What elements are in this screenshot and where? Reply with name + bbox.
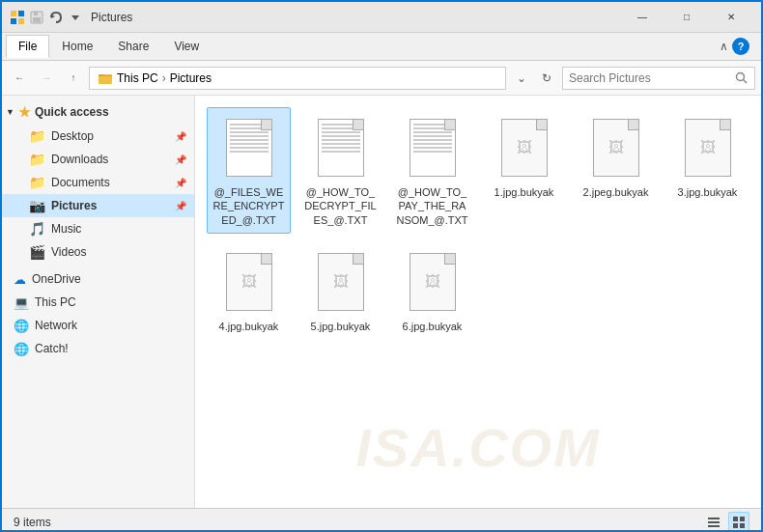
sidebar-section-quick-access[interactable]: ▼ ★ Quick access — [2, 99, 194, 125]
txt-icon — [318, 119, 364, 177]
tab-share[interactable]: Share — [105, 35, 161, 58]
ribbon-tabs: File Home Share View ∧ ? — [2, 33, 761, 60]
address-bar: ← → ↑ This PC › Pictures ⌄ ↻ — [2, 61, 761, 96]
path-this-pc[interactable]: This PC — [117, 71, 158, 85]
svg-rect-1 — [18, 11, 24, 16]
tab-view[interactable]: View — [161, 35, 212, 58]
svg-rect-6 — [34, 12, 38, 15]
img-icon: 🖼 — [685, 119, 731, 177]
chevron-up-icon: ∧ — [720, 40, 728, 53]
svg-point-10 — [737, 72, 745, 80]
file-item[interactable]: 🖼 6.jpg.bukyak — [390, 241, 474, 340]
search-input[interactable] — [569, 71, 731, 85]
svg-marker-8 — [71, 15, 79, 20]
file-name: 1.jpg.bukyak — [495, 185, 554, 199]
help-icon[interactable]: ? — [732, 38, 749, 55]
pc-icon: 💻 — [14, 295, 29, 310]
forward-button[interactable]: → — [35, 67, 58, 90]
tab-file[interactable]: File — [6, 35, 49, 58]
file-icon-wrapper: 🖼 — [679, 114, 737, 182]
folder-music-icon: 🎵 — [29, 221, 45, 237]
svg-rect-18 — [740, 523, 745, 528]
folder-downloads-icon: 📁 — [29, 152, 45, 167]
file-item[interactable]: 🖼 5.jpg.bukyak — [298, 241, 382, 340]
folder-pictures-icon: 📷 — [29, 198, 45, 213]
sidebar-item-network[interactable]: 🌐 Network — [2, 314, 194, 337]
sidebar-documents-label: Documents — [51, 176, 110, 189]
sidebar: ▼ ★ Quick access 📁 Desktop 📌 📁 Downloads… — [2, 96, 195, 508]
folder-icon — [98, 70, 113, 86]
undo-icon[interactable] — [48, 10, 64, 25]
grid-view-icon — [732, 516, 746, 529]
title-bar-icons — [10, 10, 83, 25]
svg-rect-13 — [708, 521, 720, 523]
grid-view-button[interactable] — [728, 512, 749, 533]
svg-rect-0 — [11, 11, 16, 16]
search-icon — [735, 71, 749, 85]
list-view-button[interactable] — [703, 512, 724, 533]
file-item[interactable]: 🖼 3.jpg.bukyak — [665, 107, 749, 234]
file-item[interactable]: 🖼 1.jpg.bukyak — [482, 107, 566, 234]
files-grid: @_FILES_WERE_ENCRYPTED_@.TXT @_HOW_TO_DE… — [203, 103, 753, 344]
window-controls: — □ ✕ — [620, 2, 753, 33]
sidebar-network-label: Network — [35, 319, 77, 332]
path-separator-1: › — [162, 71, 166, 85]
sidebar-item-downloads[interactable]: 📁 Downloads 📌 — [2, 148, 194, 171]
file-icon-wrapper: 🖼 — [495, 114, 553, 182]
pin-icon-2: 📌 — [175, 154, 186, 165]
address-path[interactable]: This PC › Pictures — [89, 67, 506, 90]
back-button[interactable]: ← — [8, 67, 31, 90]
file-item[interactable]: 🖼 2.jpeg.bukyak — [574, 107, 658, 234]
dropdown-icon[interactable] — [68, 10, 83, 25]
sidebar-item-music[interactable]: 🎵 Music — [2, 217, 194, 240]
svg-rect-14 — [708, 525, 720, 527]
minimize-button[interactable]: — — [620, 2, 664, 33]
sidebar-item-catch[interactable]: 🌐 Catch! — [2, 337, 194, 360]
star-icon: ★ — [18, 104, 31, 120]
watermark: ISA.COM — [355, 416, 601, 479]
file-icon-wrapper — [404, 114, 462, 182]
save-icon[interactable] — [29, 10, 44, 25]
sidebar-pictures-label: Pictures — [51, 199, 97, 212]
file-name: @_HOW_TO_DECRYPT_FILES_@.TXT — [303, 185, 378, 227]
sidebar-item-desktop[interactable]: 📁 Desktop 📌 — [2, 125, 194, 148]
file-item[interactable]: @_HOW_TO_DECRYPT_FILES_@.TXT — [298, 107, 382, 234]
dropdown-path-button[interactable]: ⌄ — [510, 67, 533, 90]
sidebar-item-pictures[interactable]: 📷 Pictures 📌 — [2, 194, 194, 217]
svg-rect-17 — [733, 523, 738, 528]
file-icon-wrapper: 🖼 — [587, 114, 645, 182]
file-item[interactable]: @_FILES_WERE_ENCRYPTED_@.TXT — [207, 107, 291, 234]
close-button[interactable]: ✕ — [709, 2, 753, 33]
ribbon: File Home Share View ∧ ? — [2, 33, 761, 61]
file-item[interactable]: 🖼 4.jpg.bukyak — [207, 241, 291, 340]
sidebar-item-videos[interactable]: 🎬 Videos — [2, 240, 194, 264]
folder-documents-icon: 📁 — [29, 175, 45, 190]
sidebar-catch-label: Catch! — [35, 342, 69, 355]
img-icon: 🖼 — [410, 253, 456, 311]
file-name: 6.jpg.bukyak — [403, 320, 463, 333]
ribbon-expand-button[interactable]: ∧ ? — [712, 34, 757, 59]
file-item[interactable]: @_HOW_TO_PAY_THE_RANSOM_@.TXT — [390, 107, 474, 234]
txt-icon — [226, 119, 272, 177]
folder-videos-icon: 🎬 — [29, 244, 45, 260]
tab-home[interactable]: Home — [49, 35, 105, 58]
file-name: 4.jpg.bukyak — [219, 320, 279, 333]
refresh-button[interactable]: ↻ — [535, 67, 558, 90]
pin-icon: 📌 — [175, 131, 186, 142]
up-button[interactable]: ↑ — [62, 67, 85, 90]
search-box[interactable] — [562, 67, 755, 90]
path-pictures[interactable]: Pictures — [170, 71, 212, 85]
sidebar-this-pc-label: This PC — [35, 295, 76, 309]
sidebar-item-this-pc[interactable]: 💻 This PC — [2, 291, 194, 314]
maximize-button[interactable]: □ — [664, 2, 709, 33]
svg-rect-2 — [11, 18, 16, 24]
catch-icon: 🌐 — [14, 342, 29, 356]
chevron-down-icon: ▼ — [6, 107, 14, 117]
file-name: 2.jpeg.bukyak — [583, 185, 649, 199]
sidebar-item-documents[interactable]: 📁 Documents 📌 — [2, 171, 194, 194]
img-icon: 🖼 — [593, 119, 639, 177]
title-text: Pictures — [91, 11, 620, 24]
sidebar-videos-label: Videos — [51, 245, 86, 259]
file-name: 3.jpg.bukyak — [678, 185, 738, 199]
sidebar-item-onedrive[interactable]: ☁ OneDrive — [2, 267, 194, 291]
